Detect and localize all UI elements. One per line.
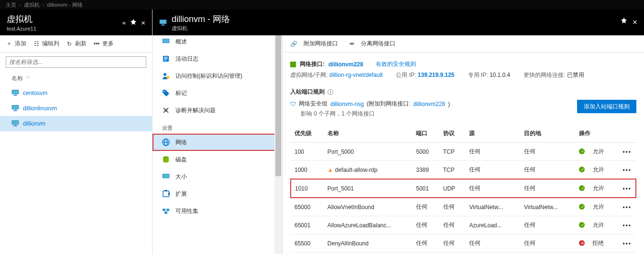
pin-icon[interactable] [621,18,627,27]
cell-dest: VirtualNetw... [520,198,575,216]
add-inbound-rule-button[interactable]: 添加入站端口规则 [577,100,636,113]
rule-row[interactable]: 65000AllowVnetInBound任何任何VirtualNetw...V… [291,198,636,216]
breadcrumb-current: dillionvm - 网络 [47,1,83,9]
detach-nic-button[interactable]: ⚮ 分离网络接口 [349,40,395,48]
vm-icon [11,105,19,113]
menu-item-label: 可用性集 [175,207,198,215]
effective-rules-link[interactable]: 有效的安全规则 [376,60,416,68]
blade-a-title: 虚拟机 [7,13,36,25]
menu-item-networking[interactable]: 网络 [153,134,282,151]
svg-rect-35 [161,25,165,25]
col-protocol[interactable]: 协议 [439,125,466,143]
col-name[interactable]: 名称 [324,125,412,143]
menu-item-label: 大小 [175,173,187,181]
scrollbar-thumb[interactable] [275,33,281,176]
cell-name: ▲default-allow-rdp [324,161,412,180]
col-port[interactable]: 端口 [412,125,439,143]
row-more-button[interactable]: ••• [622,240,632,247]
nic-link[interactable]: dillionvm228 [328,61,363,68]
vm-link[interactable]: dillionvm [23,120,45,127]
close-icon[interactable]: × [141,19,145,27]
nsg-line: 🛡 网络安全组 dillionvm-nsg (附加到网络接口: dillionv… [290,100,577,108]
info-icon[interactable]: i [327,89,333,95]
access-control-icon [162,72,170,80]
vm-list-item[interactable]: dillionvm [0,116,152,131]
nsg-link[interactable]: dillionvm-nsg [330,101,364,107]
rule-row[interactable]: 65500DenyAllInBound任何任何任何任何 拒绝••• [291,234,636,253]
row-more-button[interactable]: ••• [622,204,632,211]
scrollbar[interactable] [274,33,282,254]
activity-log-icon [162,55,170,63]
columns-icon: ☷ [33,41,40,47]
menu-item-availability[interactable]: 可用性集 [153,202,282,220]
menu-item-extensions[interactable]: 扩展 [153,185,282,202]
cell-action: 允许 [575,161,619,180]
svg-rect-31 [164,212,167,214]
pin-icon[interactable] [131,19,136,26]
nic-status-icon [290,62,296,67]
chevron-right-icon: › [43,2,44,8]
settings-section-header: 设置 [153,119,282,134]
cell-source: 任何 [465,234,520,253]
breadcrumb-vm[interactable]: 虚拟机 [24,1,40,9]
menu-item-access-control[interactable]: 访问控制(标识和访问管理) [153,67,282,85]
filter-input[interactable] [6,56,146,68]
col-source[interactable]: 源 [465,125,520,143]
col-action[interactable]: 操作 [575,125,619,143]
vm-icon [159,19,167,26]
more-button[interactable]: •••更多 [93,40,114,48]
refresh-button[interactable]: ↻刷新 [66,40,87,48]
nsg-prefix: 网络安全组 [299,100,327,108]
blade-a-header: 虚拟机 test.Azure11 « × [0,10,152,35]
attach-nic-button[interactable]: 🔗 附加网络接口 [290,40,338,48]
inbound-rules-header: 入站端口规则 i [290,88,636,96]
menu-item-disks[interactable]: 磁盘 [153,151,282,168]
vm-link[interactable]: centosvm [23,90,47,96]
public-ip-link[interactable]: 139.219.9.125 [418,72,455,78]
svg-rect-9 [12,121,18,124]
vm-icon [11,120,19,128]
rule-row[interactable]: 65001AllowAzureLoadBalanc...任何任何AzureLoa… [291,216,636,234]
menu-item-tags[interactable]: 标记 [153,85,282,102]
cell-port: 5000 [412,143,439,161]
extensions-icon [162,190,170,198]
edit-columns-button[interactable]: ☷编辑列 [33,40,59,48]
resource-menu-blade: 🔍 « 概述活动日志访问控制(标识和访问管理)标记诊断并解决问题 设置 网络磁盘… [153,10,283,254]
rule-row[interactable]: 1000▲default-allow-rdp3389TCP任何任何 允许••• [291,161,636,180]
nsg-subtext: 影响 0 个子网，1 个网络接口 [301,110,577,118]
nsg-iface-link[interactable]: dillionvm228 [413,101,445,107]
menu-item-size[interactable]: 大小 [153,168,282,185]
vm-list-item[interactable]: dillionlinuxvm [0,101,152,116]
menu-item-label: 诊断并解决问题 [175,106,216,115]
cell-name: AllowVnetInBound [324,198,412,216]
row-more-button[interactable]: ••• [622,148,632,155]
collapse-icon[interactable]: « [122,19,126,26]
col-dest[interactable]: 目的地 [520,125,575,143]
menu-item-diagnose[interactable]: 诊断并解决问题 [153,102,282,119]
menu-item-overview[interactable]: 概述 [153,33,282,50]
menu-item-activity-log[interactable]: 活动日志 [153,50,282,67]
col-priority[interactable]: 优先级 [291,125,324,143]
warning-icon: ▲ [327,167,333,173]
add-button[interactable]: ＋添加 [6,40,26,48]
cell-name: AllowAzureLoadBalanc... [324,216,412,234]
column-header-name[interactable]: 名称↑↓ [0,72,152,85]
tags-icon [162,89,170,97]
row-more-button[interactable]: ••• [622,167,632,173]
row-more-button[interactable]: ••• [622,185,632,192]
svg-rect-6 [14,110,16,110]
breadcrumb-home[interactable]: 主页 [6,1,16,9]
subnet-link[interactable]: dillion-rg-vnet/default [329,72,382,78]
cell-protocol: 任何 [439,216,466,234]
cell-action: 允许 [575,216,619,234]
close-icon[interactable]: × [633,18,637,27]
sort-asc-icon: ↑↓ [26,74,30,83]
row-more-button[interactable]: ••• [622,222,632,229]
disks-icon [162,156,170,163]
cell-name: Port_5000 [324,143,412,161]
private-ip-value: 10.1.0.4 [490,72,510,78]
vm-list-item[interactable]: centosvm [0,85,152,101]
rule-row[interactable]: 100Port_50005000TCP任何任何 允许••• [291,143,636,161]
vm-link[interactable]: dillionlinuxvm [23,105,57,112]
rule-row[interactable]: 1010Port_50015001UDP任何任何 允许••• [291,179,636,198]
